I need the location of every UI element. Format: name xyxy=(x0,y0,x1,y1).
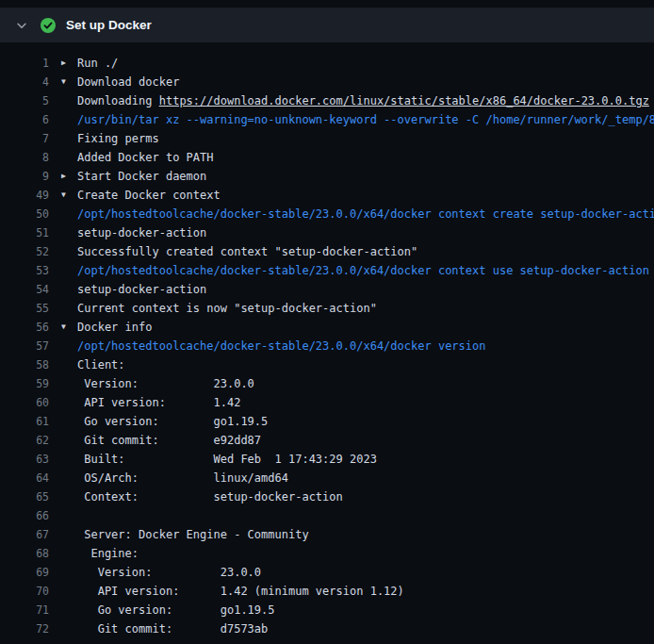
log-text: setup-docker-action xyxy=(77,283,206,296)
line-number-link[interactable]: 6 xyxy=(0,110,49,129)
log-lines: 1▶Run ./4▼Download docker5Downloading ht… xyxy=(0,54,654,638)
log-line: 64 OS/Arch: linux/amd64 xyxy=(0,469,654,487)
line-number-link[interactable]: 57 xyxy=(0,337,49,355)
log-group-line[interactable]: 9▶Start Docker daemon xyxy=(0,167,654,186)
log-text: Built: Wed Feb 1 17:43:29 2023 xyxy=(77,453,377,466)
log-line: 70 API version: 1.42 (minimum version 1.… xyxy=(0,582,654,601)
triangle-down-icon[interactable]: ▼ xyxy=(61,73,66,91)
line-number-link[interactable]: 54 xyxy=(0,280,49,299)
line-number-link[interactable]: 53 xyxy=(0,261,49,280)
line-content: Client: xyxy=(49,355,654,374)
log-text: Git commit: d7573ab xyxy=(77,622,268,636)
line-content: ▶Start Docker daemon xyxy=(49,167,654,186)
line-number-link[interactable]: 49 xyxy=(0,186,49,205)
triangle-down-icon[interactable]: ▼ xyxy=(61,318,66,337)
log-text: Current context is now "setup-docker-act… xyxy=(77,302,377,315)
line-number-link[interactable]: 62 xyxy=(0,431,49,450)
log-text: Engine: xyxy=(77,547,139,560)
log-command-text: /opt/hostedtoolcache/docker-stable/23.0.… xyxy=(77,339,485,353)
log-line: 8Added Docker to PATH xyxy=(0,148,654,167)
log-group-line[interactable]: 49▼Create Docker context xyxy=(0,186,654,205)
line-number-link[interactable]: 66 xyxy=(0,506,49,525)
line-number-link[interactable]: 1 xyxy=(0,54,49,73)
line-number-link[interactable]: 69 xyxy=(0,563,49,582)
log-text: Docker info xyxy=(77,321,152,334)
line-number-link[interactable]: 68 xyxy=(0,544,49,563)
log-line: 53/opt/hostedtoolcache/docker-stable/23.… xyxy=(0,261,654,280)
log-text: Start Docker daemon xyxy=(77,170,206,183)
line-content: Context: setup-docker-action xyxy=(49,487,654,506)
log-group-line[interactable]: 4▼Download docker xyxy=(0,73,654,91)
line-content: Go version: go1.19.5 xyxy=(49,412,654,431)
log-line: 57/opt/hostedtoolcache/docker-stable/23.… xyxy=(0,337,654,355)
log-command-text: /opt/hostedtoolcache/docker-stable/23.0.… xyxy=(77,264,649,277)
log-line: 65 Context: setup-docker-action xyxy=(0,487,654,506)
line-content: Server: Docker Engine - Community xyxy=(49,525,654,544)
line-number-link[interactable]: 7 xyxy=(0,129,49,148)
line-number-link[interactable]: 64 xyxy=(0,469,49,487)
line-content: /opt/hostedtoolcache/docker-stable/23.0.… xyxy=(49,261,654,280)
line-content: API version: 1.42 xyxy=(49,393,654,412)
line-number-link[interactable]: 59 xyxy=(0,374,49,393)
line-number-link[interactable]: 50 xyxy=(0,205,49,223)
line-number-link[interactable]: 71 xyxy=(0,601,49,619)
line-content: Downloading https://download.docker.com/… xyxy=(49,91,654,110)
log-text: Downloading xyxy=(77,94,159,107)
line-content: Go version: go1.19.5 xyxy=(49,601,654,619)
line-content: /usr/bin/tar xz --warning=no-unknown-key… xyxy=(49,110,654,129)
line-content: ▼Docker info xyxy=(49,318,654,337)
step-title: Set up Docker xyxy=(66,18,152,32)
log-text: Git commit: e92dd87 xyxy=(77,434,261,447)
line-number-link[interactable]: 61 xyxy=(0,412,49,431)
line-content: Successfully created context "setup-dock… xyxy=(49,242,654,261)
line-number-link[interactable]: 4 xyxy=(0,73,49,91)
triangle-right-icon[interactable]: ▶ xyxy=(61,54,66,73)
log-text: Added Docker to PATH xyxy=(77,151,214,164)
log-line: 5Downloading https://download.docker.com… xyxy=(0,91,654,110)
line-content: Current context is now "setup-docker-act… xyxy=(49,299,654,318)
log-text: Version: 23.0.0 xyxy=(77,377,254,390)
log-group-line[interactable]: 56▼Docker info xyxy=(0,318,654,337)
line-number-link[interactable]: 70 xyxy=(0,582,49,601)
log-text: API version: 1.42 (minimum version 1.12) xyxy=(77,585,404,598)
log-line: 59 Version: 23.0.0 xyxy=(0,374,654,393)
log-line: 71 Go version: go1.19.5 xyxy=(0,601,654,619)
step-log: 1▶Run ./4▼Download docker5Downloading ht… xyxy=(0,42,654,638)
chevron-down-icon[interactable] xyxy=(15,19,28,32)
line-number-link[interactable]: 55 xyxy=(0,299,49,318)
log-url-link[interactable]: https://download.docker.com/linux/static… xyxy=(159,94,649,107)
log-text: Go version: go1.19.5 xyxy=(77,603,275,617)
line-content: Engine: xyxy=(49,544,654,563)
step-header[interactable]: Set up Docker xyxy=(0,8,654,42)
log-group-line[interactable]: 1▶Run ./ xyxy=(0,54,654,73)
line-number-link[interactable]: 56 xyxy=(0,318,49,337)
line-number-link[interactable]: 65 xyxy=(0,487,49,506)
log-line: 54setup-docker-action xyxy=(0,280,654,299)
log-text: OS/Arch: linux/amd64 xyxy=(77,471,288,485)
line-number-link[interactable]: 52 xyxy=(0,242,49,261)
line-content: setup-docker-action xyxy=(49,223,654,242)
line-number-link[interactable]: 60 xyxy=(0,393,49,412)
line-content: /opt/hostedtoolcache/docker-stable/23.0.… xyxy=(49,205,654,223)
line-number-link[interactable]: 9 xyxy=(0,167,49,186)
log-text: Successfully created context "setup-dock… xyxy=(77,245,417,258)
line-number-link[interactable]: 8 xyxy=(0,148,49,167)
line-number-link[interactable]: 51 xyxy=(0,223,49,242)
line-content: Fixing perms xyxy=(49,129,654,148)
line-number-link[interactable]: 58 xyxy=(0,355,49,374)
line-content: ▶Run ./ xyxy=(49,54,654,73)
triangle-right-icon[interactable]: ▶ xyxy=(61,167,66,186)
log-line: 7Fixing perms xyxy=(0,129,654,148)
line-content: Built: Wed Feb 1 17:43:29 2023 xyxy=(49,450,654,469)
log-line: 66 xyxy=(0,506,654,525)
line-number-link[interactable]: 63 xyxy=(0,450,49,469)
line-number-link[interactable]: 67 xyxy=(0,525,49,544)
line-content: setup-docker-action xyxy=(49,280,654,299)
triangle-down-icon[interactable]: ▼ xyxy=(61,186,66,205)
log-text: Server: Docker Engine - Community xyxy=(77,528,309,541)
log-text: Context: setup-docker-action xyxy=(77,490,343,504)
log-line: 62 Git commit: e92dd87 xyxy=(0,431,654,450)
log-line: 50/opt/hostedtoolcache/docker-stable/23.… xyxy=(0,205,654,223)
line-number-link[interactable]: 5 xyxy=(0,91,49,110)
line-number-link[interactable]: 72 xyxy=(0,619,49,638)
